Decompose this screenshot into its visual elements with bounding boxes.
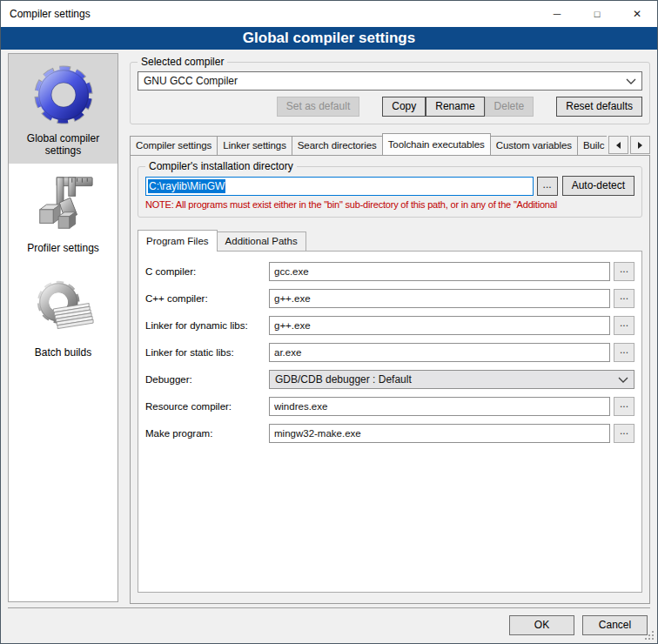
cpp-compiler-input[interactable] <box>269 289 610 308</box>
program-files-page: C compiler: ... C++ compiler: ... <box>138 251 642 593</box>
toolchain-executables-panel: Compiler's installation directory C:\ray… <box>130 155 650 604</box>
resource-compiler-browse-button[interactable]: ... <box>614 397 634 416</box>
c-compiler-row: C compiler: ... <box>145 262 634 281</box>
installation-directory-input[interactable]: C:\raylib\MinGW <box>145 177 534 196</box>
cpp-compiler-browse-button[interactable]: ... <box>614 289 634 308</box>
installation-directory-browse-button[interactable]: ... <box>537 177 558 196</box>
triangle-right-icon <box>638 142 642 149</box>
subtab-additional-paths[interactable]: Additional Paths <box>217 231 306 251</box>
debugger-value: GDB/CDB debugger : Default <box>275 373 614 386</box>
delete-button[interactable]: Delete <box>485 97 534 117</box>
c-compiler-input[interactable] <box>269 262 610 281</box>
cpp-compiler-label: C++ compiler: <box>145 293 269 304</box>
installation-directory-legend: Compiler's installation directory <box>145 160 297 172</box>
make-program-input[interactable] <box>269 424 610 443</box>
c-compiler-browse-button[interactable]: ... <box>614 262 634 281</box>
settings-category-sidebar: Global compiler settings <box>8 53 118 602</box>
selected-compiler-legend: Selected compiler <box>138 56 227 68</box>
dialog-banner-title: Global compiler settings <box>1 27 657 50</box>
debugger-row: Debugger: GDB/CDB debugger : Default <box>145 370 634 389</box>
compiler-tabs: Compiler settings Linker settings Search… <box>130 133 650 155</box>
maximize-button[interactable]: □ <box>577 1 617 27</box>
installation-directory-group: Compiler's installation directory C:\ray… <box>138 166 642 218</box>
titlebar: Compiler settings ─ □ ✕ <box>1 1 657 27</box>
sidebar-item-profiler-settings[interactable]: Profiler settings <box>9 164 118 268</box>
resource-compiler-row: Resource compiler: ... <box>145 397 634 416</box>
linker-dynamic-row: Linker for dynamic libs: ... <box>145 316 634 335</box>
reset-defaults-button[interactable]: Reset defaults <box>556 97 642 117</box>
tab-linker-settings[interactable]: Linker settings <box>217 136 292 155</box>
sidebar-item-label: Global compiler settings <box>12 132 114 157</box>
auto-detect-button[interactable]: Auto-detect <box>562 176 634 196</box>
tab-compiler-settings[interactable]: Compiler settings <box>130 136 218 155</box>
selected-compiler-value: GNU GCC Compiler <box>144 75 622 87</box>
linker-dynamic-label: Linker for dynamic libs: <box>145 320 269 331</box>
chevron-down-icon <box>626 78 636 84</box>
rename-button[interactable]: Rename <box>426 97 484 117</box>
dialog-footer: OK Cancel <box>8 607 650 643</box>
ok-button[interactable]: OK <box>509 615 574 635</box>
linker-static-browse-button[interactable]: ... <box>614 343 634 362</box>
make-program-label: Make program: <box>145 428 269 439</box>
sidebar-item-batch-builds[interactable]: Batch builds <box>9 268 118 372</box>
maximize-icon: □ <box>594 9 601 19</box>
minimize-icon: ─ <box>554 8 561 20</box>
tab-build-options-clipped[interactable]: Builc <box>577 136 607 155</box>
minimize-button[interactable]: ─ <box>537 1 577 27</box>
sidebar-item-label: Profiler settings <box>27 242 99 254</box>
linker-dynamic-input[interactable] <box>269 316 610 335</box>
selected-compiler-dropdown[interactable]: GNU GCC Compiler <box>138 71 642 91</box>
program-files-subtabs: Program Files Additional Paths <box>138 230 642 251</box>
sidebar-item-global-compiler-settings[interactable]: Global compiler settings <box>9 54 118 164</box>
linker-static-label: Linker for static libs: <box>145 347 269 358</box>
debugger-dropdown[interactable]: GDB/CDB debugger : Default <box>269 370 634 389</box>
cancel-button[interactable]: Cancel <box>582 615 648 635</box>
debugger-label: Debugger: <box>145 374 269 385</box>
linker-dynamic-browse-button[interactable]: ... <box>614 316 634 335</box>
chevron-down-icon <box>618 377 628 383</box>
close-button[interactable]: ✕ <box>617 1 657 27</box>
caliper-icon <box>31 172 96 237</box>
cpp-compiler-row: C++ compiler: ... <box>145 289 634 308</box>
tab-toolchain-executables[interactable]: Toolchain executables <box>382 133 491 155</box>
tab-search-directories[interactable]: Search directories <box>292 136 383 155</box>
tab-scroll-left-button[interactable] <box>608 136 628 154</box>
installation-directory-value: C:\raylib\MinGW <box>148 179 225 193</box>
make-program-browse-button[interactable]: ... <box>614 424 634 443</box>
compiler-settings-dialog: Compiler settings ─ □ ✕ Global compiler … <box>0 0 658 644</box>
resource-compiler-input[interactable] <box>269 397 610 416</box>
subtab-program-files[interactable]: Program Files <box>138 230 218 252</box>
tab-custom-variables[interactable]: Custom variables <box>490 136 578 155</box>
resize-grip[interactable] <box>645 631 655 641</box>
linker-static-row: Linker for static libs: ... <box>145 343 634 362</box>
bin-subdirectory-note: NOTE: All programs must exist either in … <box>145 199 634 210</box>
copy-button[interactable]: Copy <box>382 97 426 117</box>
gear-stack-icon <box>31 277 96 341</box>
gear-blue-icon <box>31 63 96 127</box>
c-compiler-label: C compiler: <box>145 266 269 277</box>
make-program-row: Make program: ... <box>145 424 634 443</box>
close-icon: ✕ <box>633 8 641 20</box>
resource-compiler-label: Resource compiler: <box>145 401 269 412</box>
tab-scroll-right-button[interactable] <box>630 136 650 154</box>
triangle-left-icon <box>616 142 621 149</box>
linker-static-input[interactable] <box>269 343 610 362</box>
selected-compiler-group: Selected compiler GNU GCC Compiler Set a… <box>130 62 650 124</box>
sidebar-item-label: Batch builds <box>35 346 91 359</box>
set-as-default-button[interactable]: Set as default <box>277 97 359 117</box>
window-title: Compiler settings <box>1 1 537 27</box>
